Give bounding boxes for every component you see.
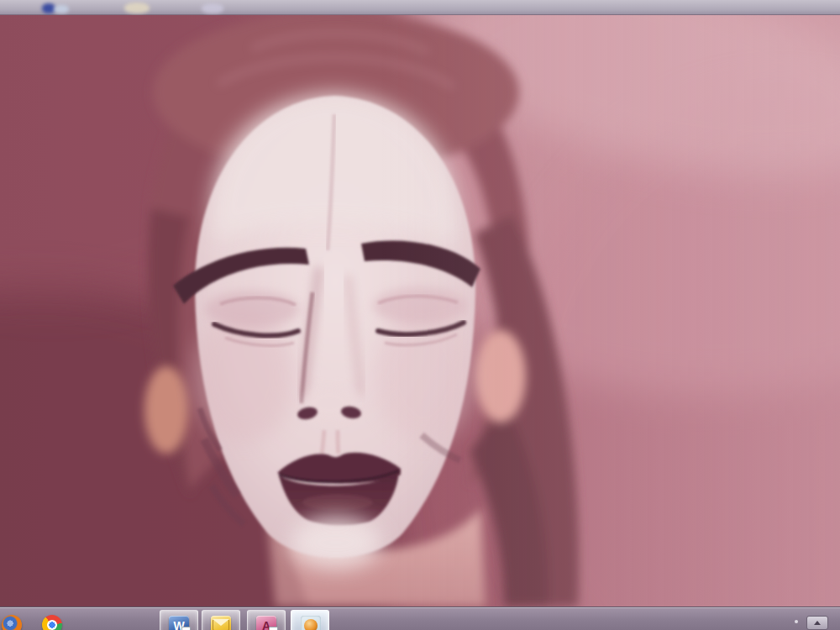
- chevron-up-icon: [814, 621, 821, 625]
- access-letter: A: [262, 619, 270, 630]
- background-window-edge[interactable]: [0, 0, 840, 15]
- access-icon: A: [256, 616, 276, 630]
- word-taskbar-button[interactable]: W: [160, 610, 198, 630]
- tray-notification-dot: [795, 620, 798, 623]
- media-player-taskbar-button[interactable]: [291, 610, 329, 630]
- window-favicon-glare: [54, 5, 69, 13]
- pink-haze-overlay: [0, 15, 840, 606]
- word-letter: W: [173, 619, 184, 630]
- taskbar: P X W A: [0, 606, 840, 630]
- firefox-taskbar-icon[interactable]: [2, 615, 22, 630]
- envelope-flap: [213, 619, 229, 626]
- video-portrait-art: [0, 15, 840, 606]
- desktop-screen: P X W A: [0, 0, 840, 630]
- outlook-envelope-icon: [211, 616, 231, 630]
- access-taskbar-button[interactable]: A: [247, 610, 286, 630]
- outlook-taskbar-button[interactable]: [202, 610, 240, 630]
- show-hidden-icons-button[interactable]: [806, 616, 828, 630]
- media-player-icon: [301, 616, 321, 630]
- window-edge-smudge: [202, 3, 223, 13]
- window-edge-smudge: [124, 3, 150, 13]
- word-icon: W: [169, 616, 189, 630]
- chrome-taskbar-icon[interactable]: [42, 615, 62, 630]
- video-frame[interactable]: [0, 15, 840, 606]
